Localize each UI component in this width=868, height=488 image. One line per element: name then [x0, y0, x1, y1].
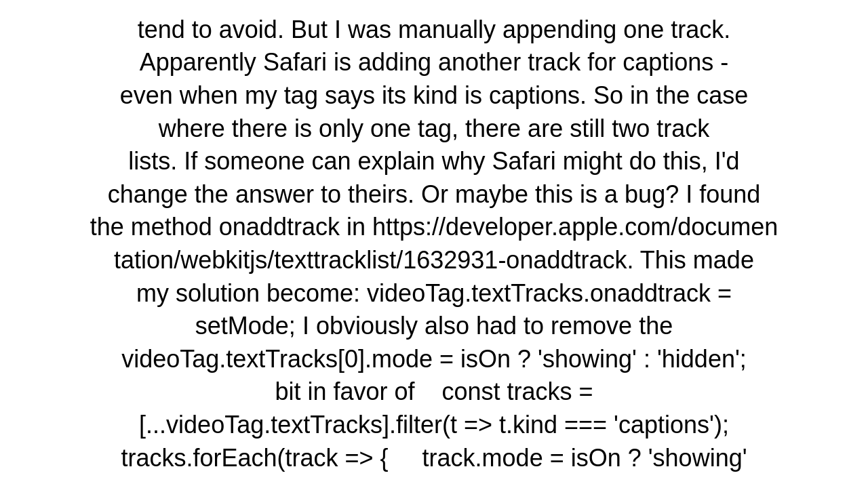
content-area: tend to avoid. But I was manually append… — [0, 0, 868, 488]
text-content: tend to avoid. But I was manually append… — [90, 16, 778, 472]
text-block: tend to avoid. But I was manually append… — [90, 14, 778, 474]
